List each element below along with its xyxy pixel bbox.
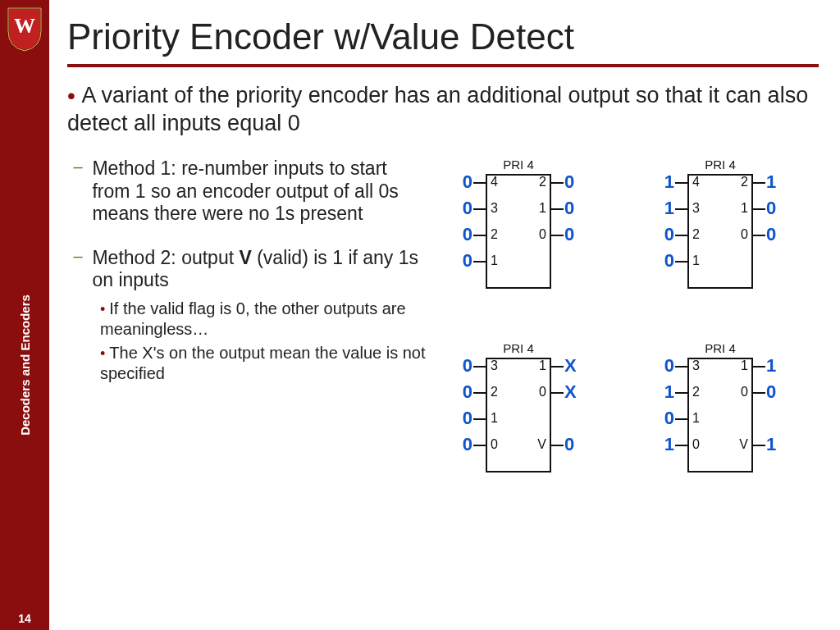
pin-wire [473, 366, 486, 368]
pin-wire [752, 366, 765, 368]
pin-wire [550, 445, 564, 446]
input-value: 0 [463, 434, 472, 455]
bullet-method-2: Method 2: output V (valid) is 1 if any 1… [92, 247, 420, 292]
pin-wire [473, 418, 486, 420]
pri-block-label: PRI 4 [428, 341, 609, 355]
pin-label-left: 2 [692, 385, 700, 399]
pin-wire [752, 208, 765, 210]
pin-wire [675, 445, 688, 446]
input-value: 0 [463, 198, 472, 219]
output-value: X [564, 355, 577, 377]
pin-label-right: 2 [741, 175, 748, 189]
bullet-list: A variant of the priority encoder has an… [67, 82, 819, 136]
pin-wire [473, 261, 486, 262]
pin-wire [752, 182, 765, 184]
pin-label-right: V [537, 437, 546, 452]
left-column: – Method 1: re-number inputs to start fr… [67, 158, 428, 514]
input-value: 0 [664, 408, 674, 429]
input-value: 0 [463, 250, 472, 272]
pin-label-right: 1 [741, 358, 748, 373]
input-value: 0 [664, 250, 674, 272]
pin-label-left: 2 [491, 227, 498, 242]
pri-block: PRI 440302010201000 [428, 158, 609, 322]
pin-label-right: 1 [539, 358, 546, 373]
pin-label-right: 0 [741, 227, 748, 242]
input-value: 0 [463, 381, 472, 403]
page-number: 14 [0, 612, 49, 625]
pri-block-grid: PRI 440302010201000PRI 441312010211000PR… [428, 158, 819, 514]
pin-label-right: 2 [539, 175, 546, 189]
input-value: 0 [463, 408, 472, 429]
pin-wire [752, 392, 765, 394]
bullet-method-1: Method 1: re-number inputs to start from… [92, 158, 420, 226]
output-value: 0 [766, 224, 776, 245]
pin-label-left: 1 [491, 253, 498, 268]
pin-label-left: 1 [692, 411, 700, 426]
input-value: 1 [664, 171, 674, 193]
sidebar: W Decoders and Encoders 14 [0, 0, 49, 630]
pin-wire [675, 208, 688, 210]
pin-wire [473, 208, 486, 210]
output-value: 0 [766, 198, 776, 219]
dash-icon: – [67, 247, 89, 266]
pin-label-right: V [739, 437, 748, 452]
dash-icon: – [67, 158, 89, 176]
pin-wire [550, 208, 564, 210]
bullet-method-2-bold: V [239, 247, 251, 268]
pri-block-label: PRI 4 [630, 158, 810, 171]
pri-block-label: PRI 4 [428, 158, 609, 171]
pri-block: PRI 441312010211000 [630, 158, 810, 322]
output-value: 1 [766, 171, 776, 193]
output-value: 0 [564, 434, 574, 455]
pin-label-right: 0 [741, 385, 748, 399]
pin-label-left: 3 [692, 358, 700, 373]
pin-wire [473, 182, 486, 184]
pin-label-left: 0 [491, 437, 498, 452]
right-column: PRI 440302010201000PRI 441312010211000PR… [428, 158, 819, 514]
subbullet-valid-flag: If the valid flag is 0, the other output… [100, 299, 406, 338]
pin-label-right: 0 [539, 385, 546, 399]
pin-label-left: 3 [491, 358, 498, 373]
input-value: 0 [664, 355, 674, 377]
input-value: 0 [463, 224, 472, 245]
svg-text:W: W [14, 14, 35, 38]
pri-block: PRI 4302010001X0XV0 [428, 341, 609, 505]
bullet-top: A variant of the priority encoder has an… [67, 83, 808, 135]
input-value: 0 [463, 171, 472, 193]
pin-wire [675, 182, 688, 184]
input-value: 1 [664, 434, 674, 455]
pin-wire [675, 366, 688, 368]
pin-wire [675, 235, 688, 236]
page-title: Priority Encoder w/Value Detect [67, 16, 819, 62]
pin-wire [473, 392, 486, 394]
pri-block-label: PRI 4 [630, 341, 810, 355]
pin-wire [550, 182, 564, 184]
pri-block: PRI 4302110011100V1 [630, 341, 810, 505]
pin-wire [550, 392, 564, 394]
pin-wire [473, 235, 486, 236]
pin-label-left: 4 [491, 175, 498, 189]
pin-wire [675, 261, 688, 262]
pin-label-left: 2 [692, 227, 700, 242]
pin-label-left: 1 [692, 253, 700, 268]
uw-crest-icon: W [7, 7, 43, 56]
output-value: 1 [766, 355, 776, 377]
pin-wire [675, 392, 688, 394]
output-value: 0 [766, 381, 776, 403]
pin-label-left: 1 [491, 411, 498, 426]
input-value: 0 [664, 224, 674, 245]
input-value: 1 [664, 381, 674, 403]
pin-label-left: 3 [692, 201, 700, 216]
sidebar-section-title: Decoders and Encoders [18, 295, 32, 436]
input-value: 0 [463, 355, 472, 377]
output-value: 0 [564, 171, 574, 193]
pin-wire [675, 418, 688, 420]
pin-label-left: 2 [491, 385, 498, 399]
title-rule [67, 64, 819, 67]
pin-label-right: 1 [539, 201, 546, 216]
subbullet-x-unspecified: The X's on the output mean the value is … [100, 344, 426, 382]
pin-wire [550, 235, 564, 236]
pin-label-right: 0 [539, 227, 546, 242]
slide: W Decoders and Encoders 14 Priority Enco… [0, 0, 840, 630]
pin-label-left: 4 [692, 175, 700, 189]
